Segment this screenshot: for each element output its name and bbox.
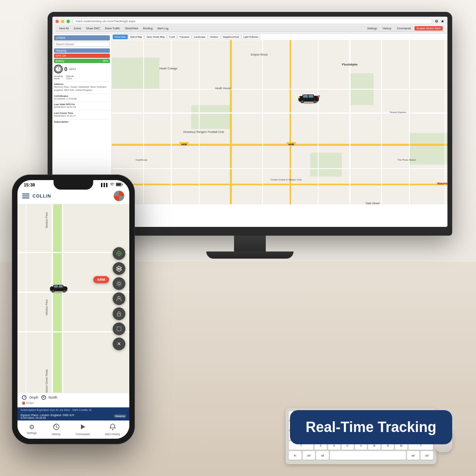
nav-alert-log[interactable]: Alert Log bbox=[155, 26, 171, 31]
settings-nav-label: Settings bbox=[27, 432, 36, 434]
map-tiles[interactable]: Road Map Hybrid Map Open Street Map Cycl… bbox=[112, 34, 447, 204]
phone-nav-history[interactable]: History bbox=[52, 423, 61, 436]
key-alt[interactable]: alt bbox=[316, 451, 329, 460]
phone-side-buttons: ✕ bbox=[113, 247, 125, 350]
map-type-hybrid[interactable]: Hybrid Map bbox=[128, 35, 144, 39]
nav-show-dmc[interactable]: Show DMC bbox=[84, 26, 102, 31]
hamburger-line-3 bbox=[22, 198, 29, 198]
altitude-display: Altitude 122m bbox=[66, 75, 74, 80]
svg-marker-97 bbox=[81, 424, 85, 429]
browser-toolbar: track.codemonkey-uk.com/TrackingS.aspx ⚙… bbox=[56, 18, 444, 24]
key-ctrl[interactable]: ctrl bbox=[303, 451, 315, 460]
phone-bottom-info: 0mph North 🍎 Maps bbox=[17, 393, 129, 407]
address-label: Address bbox=[54, 83, 110, 85]
svg-point-75 bbox=[52, 290, 54, 292]
history-nav-label: History bbox=[52, 433, 61, 436]
map-type-neighbourhood[interactable]: Neighbourhood bbox=[221, 35, 241, 39]
nav-history[interactable]: History bbox=[381, 26, 393, 31]
status-sleeping: Sleeping bbox=[54, 48, 110, 53]
last-gps-value: 30/06/2022 18:37:53 bbox=[54, 106, 110, 109]
phone-nav-commands[interactable]: Commands bbox=[76, 423, 90, 436]
nav-commands[interactable]: Commands bbox=[395, 26, 413, 31]
maximize-dot[interactable] bbox=[67, 20, 70, 23]
phone-map[interactable]: Weston Park Weston Park Weston Green Roa… bbox=[17, 204, 129, 393]
nav-view-all[interactable]: View All bbox=[57, 26, 71, 31]
map-car-icon bbox=[297, 93, 317, 104]
arm-button[interactable]: ARM bbox=[93, 276, 109, 283]
speed-unit: MPH bbox=[69, 67, 76, 71]
phone-bottom-nav: ⚙ Settings History Commands bbox=[17, 420, 129, 439]
location-target-button[interactable] bbox=[113, 247, 125, 260]
boundary-icon-button[interactable] bbox=[113, 322, 125, 335]
phone-speed-value: 0mph bbox=[29, 395, 38, 399]
settings-button-map[interactable] bbox=[113, 277, 125, 290]
svg-rect-61 bbox=[62, 204, 63, 393]
nav-enable-motion-alert[interactable]: Enable Motion Alert bbox=[415, 26, 443, 31]
svg-point-79 bbox=[118, 253, 120, 254]
map-type-cycle[interactable]: Cycle bbox=[167, 35, 177, 39]
phone-frame: 15:38 ▌▌▌ CO bbox=[12, 175, 135, 444]
phone-notch bbox=[54, 180, 93, 190]
svg-point-52 bbox=[314, 101, 316, 102]
svg-rect-88 bbox=[117, 314, 121, 316]
key-fn[interactable]: fn bbox=[289, 451, 301, 460]
phone-nav-alert-history[interactable]: Alert History bbox=[105, 423, 120, 436]
close-dot[interactable] bbox=[56, 20, 59, 23]
hamburger-menu-icon[interactable] bbox=[22, 194, 29, 198]
svg-rect-59 bbox=[53, 204, 62, 393]
key-alt-right[interactable]: alt bbox=[407, 451, 420, 460]
key-ctrl-right[interactable]: ctrl bbox=[420, 451, 433, 460]
map-type-openstreet[interactable]: Open Street Map bbox=[144, 35, 167, 39]
coordinates-section: CoOrdinates 53.683942,-1.570198 bbox=[54, 93, 110, 101]
nav-show-traffic[interactable]: Show Traffic bbox=[103, 26, 122, 31]
person-icon-button[interactable] bbox=[113, 292, 125, 305]
map-type-light-pollution[interactable]: Light Pollution bbox=[242, 35, 261, 39]
last-comm-label: Last Comm Time bbox=[54, 112, 110, 114]
promo-banner: Real-Time Tracking bbox=[290, 410, 452, 444]
status-gps-off: GPS Off bbox=[54, 54, 110, 58]
compass-icon[interactable] bbox=[113, 190, 125, 202]
nav-zones[interactable]: Zones bbox=[71, 26, 83, 31]
close-icon-button[interactable]: ✕ bbox=[113, 338, 125, 350]
nav-routing[interactable]: Routing bbox=[141, 26, 154, 31]
svg-text:Weston Park: Weston Park bbox=[45, 212, 48, 228]
phone-direction-value: North bbox=[49, 395, 58, 399]
keyboard-row-bottom: fn ctrl alt alt ctrl bbox=[289, 451, 433, 460]
svg-text:A636: A636 bbox=[181, 143, 187, 146]
nav-streetview[interactable]: StreetView bbox=[123, 26, 140, 31]
settings-nav-icon: ⚙ bbox=[29, 423, 35, 431]
map-type-landscape[interactable]: Landscape bbox=[192, 35, 207, 39]
browser-nav-row: View All Zones Show DMC Show Traffic Str… bbox=[56, 25, 444, 32]
heading-display: Heading North bbox=[54, 75, 63, 80]
nav-settings[interactable]: Settings bbox=[365, 26, 379, 31]
maps-label: 🍎 Maps bbox=[21, 401, 125, 405]
search-device-input[interactable] bbox=[54, 42, 110, 47]
url-bar[interactable]: track.codemonkey-uk.com/TrackingS.aspx bbox=[72, 18, 432, 24]
monitor-stand-neck bbox=[234, 236, 266, 251]
device-id-bar: 170909 bbox=[54, 35, 110, 40]
subscription-label: Subscription bbox=[54, 121, 110, 123]
heading-info: Heading North Altitude 122m bbox=[54, 75, 110, 80]
map-layers-button[interactable] bbox=[113, 262, 125, 275]
lock-icon-button[interactable] bbox=[113, 307, 125, 320]
svg-text:Heath Cottage: Heath Cottage bbox=[159, 67, 177, 70]
svg-line-91 bbox=[24, 396, 25, 397]
phone-nav-settings[interactable]: ⚙ Settings bbox=[27, 423, 36, 436]
map-type-outdoor[interactable]: Outdoor bbox=[208, 35, 221, 39]
subscription-section: Subscription bbox=[54, 119, 110, 123]
svg-rect-6 bbox=[310, 153, 342, 177]
map-type-transport[interactable]: Transport bbox=[177, 35, 191, 39]
svg-text:A638: A638 bbox=[288, 143, 294, 146]
battery-label: Battery bbox=[56, 60, 64, 62]
minimize-dot[interactable] bbox=[61, 20, 64, 23]
last-gps-section: Last Valid GPS Fix 30/06/2022 18:37:53 bbox=[54, 102, 110, 109]
map-svg: A636 A638 Flushdyke Heath Cottage Heath … bbox=[112, 34, 447, 204]
wifi-icon bbox=[110, 182, 115, 187]
key-space[interactable] bbox=[330, 451, 405, 460]
svg-marker-85 bbox=[117, 268, 121, 271]
map-type-road[interactable]: Road Map bbox=[113, 35, 128, 39]
map-type-bar: Road Map Hybrid Map Open Street Map Cycl… bbox=[112, 34, 447, 40]
speed-display: 0 MPH bbox=[54, 65, 110, 73]
svg-rect-53 bbox=[298, 97, 300, 98]
svg-rect-48 bbox=[309, 95, 313, 98]
